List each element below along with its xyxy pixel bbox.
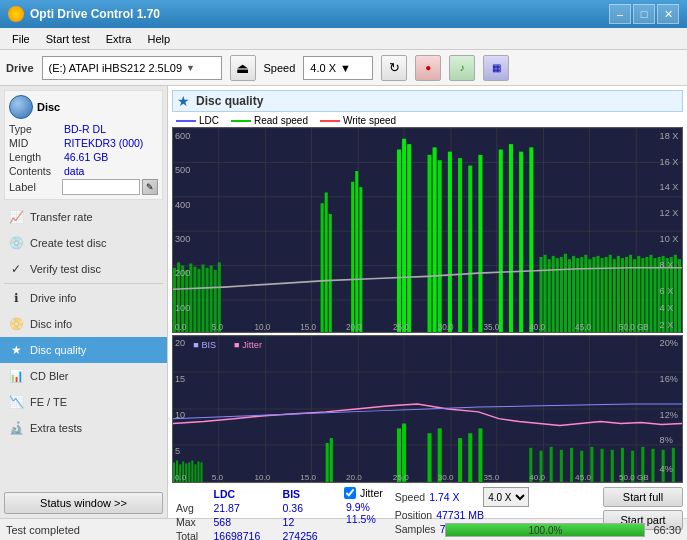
drive-select[interactable]: (E:) ATAPI iHBS212 2.5L09 ▼ [42, 56, 222, 80]
svg-rect-36 [359, 187, 362, 332]
svg-text:30.0: 30.0 [438, 473, 454, 482]
sidebar-item-disc-quality[interactable]: ★ Disc quality [0, 337, 167, 363]
settings2-button[interactable]: ♪ [449, 55, 475, 81]
svg-rect-134 [191, 461, 193, 482]
svg-rect-33 [329, 214, 332, 332]
menu-start-test[interactable]: Start test [38, 31, 98, 47]
sidebar-item-transfer-rate[interactable]: 📈 Transfer rate [0, 204, 167, 230]
sidebar-item-label: Disc info [30, 318, 72, 330]
svg-text:200: 200 [175, 267, 190, 278]
charts-container: 600 500 400 300 200 100 18 X 16 X 14 X 1… [172, 127, 683, 483]
speed-label: Speed [264, 62, 296, 74]
disc-info-panel: Disc Type BD-R DL MID RITEKDR3 (000) Len… [4, 90, 163, 200]
svg-text:5.0: 5.0 [212, 473, 224, 482]
svg-text:20: 20 [175, 338, 185, 348]
svg-rect-133 [188, 463, 190, 482]
svg-rect-73 [629, 255, 632, 332]
label-input[interactable] [62, 179, 140, 195]
menu-extra[interactable]: Extra [98, 31, 140, 47]
svg-text:20.0: 20.0 [346, 322, 362, 332]
jitter-checkbox[interactable] [344, 487, 356, 499]
sidebar-item-extra-tests[interactable]: 🔬 Extra tests [0, 415, 167, 441]
svg-text:45.0: 45.0 [575, 473, 591, 482]
minimize-button[interactable]: – [609, 4, 631, 24]
svg-text:500: 500 [175, 164, 190, 175]
legend-row: LDC Read speed Write speed [172, 114, 683, 127]
sidebar-item-cd-bler[interactable]: 📊 CD Bler [0, 363, 167, 389]
svg-rect-40 [428, 155, 432, 332]
sidebar-item-label: Drive info [30, 292, 76, 304]
svg-text:5.0: 5.0 [212, 322, 224, 332]
svg-rect-145 [468, 433, 472, 482]
speed-select[interactable]: 4.0 X ▼ [303, 56, 373, 80]
svg-text:30.0: 30.0 [438, 322, 454, 332]
refresh-button[interactable]: ↻ [381, 55, 407, 81]
svg-text:12 X: 12 X [660, 207, 680, 218]
svg-rect-151 [570, 448, 573, 482]
svg-text:4%: 4% [660, 465, 673, 475]
svg-rect-50 [529, 147, 533, 332]
sidebar-item-label: Transfer rate [30, 211, 93, 223]
svg-rect-59 [572, 256, 575, 332]
length-value: 46.61 GB [64, 151, 108, 163]
chart-area: ★ Disc quality LDC Read speed Write spee… [168, 86, 687, 518]
ldc-label: LDC [199, 115, 219, 126]
refresh-icon: ↻ [389, 60, 400, 75]
settings1-button[interactable]: ● [415, 55, 441, 81]
legend-write-speed: Write speed [320, 115, 396, 126]
sidebar-item-drive-info[interactable]: ℹ Drive info [0, 285, 167, 311]
nav-separator-1 [4, 283, 163, 284]
transfer-rate-icon: 📈 [8, 209, 24, 225]
window-controls: – □ ✕ [609, 4, 679, 24]
svg-rect-84 [674, 255, 677, 332]
sidebar-item-verify-test-disc[interactable]: ✓ Verify test disc [0, 256, 167, 282]
close-button[interactable]: ✕ [657, 4, 679, 24]
svg-text:0.0: 0.0 [175, 473, 187, 482]
svg-rect-48 [509, 144, 513, 332]
label-edit-button[interactable]: ✎ [142, 179, 158, 195]
status-window-button[interactable]: Status window >> [4, 492, 163, 514]
title-bar: Opti Drive Control 1.70 – □ ✕ [0, 0, 687, 28]
sidebar-item-fe-te[interactable]: 📉 FE / TE [0, 389, 167, 415]
svg-rect-56 [560, 257, 563, 332]
svg-rect-78 [649, 255, 652, 332]
eject-button[interactable]: ⏏ [230, 55, 256, 81]
toolbar: Drive (E:) ATAPI iHBS212 2.5L09 ▼ ⏏ Spee… [0, 50, 687, 86]
svg-text:4 X: 4 X [660, 301, 674, 312]
svg-rect-85 [678, 259, 681, 332]
sidebar-item-label: FE / TE [30, 396, 67, 408]
jitter-label: Jitter [360, 487, 383, 499]
svg-rect-68 [609, 255, 612, 332]
start-full-button[interactable]: Start full [603, 487, 683, 507]
settings1-icon: ● [425, 62, 431, 73]
speed-dropdown[interactable]: 4.0 X 2.0 X 1.0 X [483, 487, 529, 507]
sidebar-item-label: Disc quality [30, 344, 86, 356]
progress-text: 100.0% [446, 524, 644, 538]
legend-read-speed: Read speed [231, 115, 308, 126]
drive-value: (E:) ATAPI iHBS212 2.5L09 [49, 62, 183, 74]
maximize-button[interactable]: □ [633, 4, 655, 24]
jitter-avg: 9.9% [344, 501, 383, 513]
sidebar: Disc Type BD-R DL MID RITEKDR3 (000) Len… [0, 86, 168, 518]
svg-text:8 X: 8 X [660, 258, 674, 269]
sidebar-item-create-test-disc[interactable]: 💿 Create test disc [0, 230, 167, 256]
menu-file[interactable]: File [4, 31, 38, 47]
drive-info-icon: ℹ [8, 290, 24, 306]
svg-rect-154 [601, 449, 604, 482]
verify-disc-icon: ✓ [8, 261, 24, 277]
sidebar-item-disc-info[interactable]: 📀 Disc info [0, 311, 167, 337]
read-speed-label: Read speed [254, 115, 308, 126]
settings3-button[interactable]: ▦ [483, 55, 509, 81]
menu-help[interactable]: Help [139, 31, 178, 47]
drive-label: Drive [6, 62, 34, 74]
disc-quality-icon: ★ [8, 342, 24, 358]
ldc-color [176, 120, 196, 122]
svg-text:16%: 16% [660, 374, 678, 384]
mid-value: RITEKDR3 (000) [64, 137, 143, 149]
svg-rect-66 [601, 258, 604, 332]
fe-te-icon: 📉 [8, 394, 24, 410]
svg-text:50.0 GB: 50.0 GB [619, 473, 649, 482]
svg-rect-35 [355, 171, 358, 332]
time-display: 66:30 [653, 524, 681, 536]
sidebar-item-label: CD Bler [30, 370, 69, 382]
